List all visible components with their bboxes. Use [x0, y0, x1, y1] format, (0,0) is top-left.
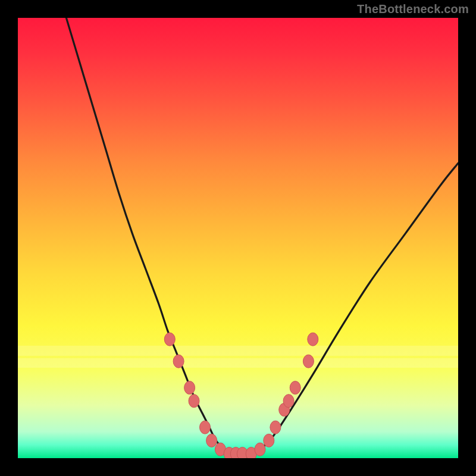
- curve-marker: [189, 394, 199, 408]
- curve-marker: [164, 333, 175, 346]
- chart-frame: TheBottleneck.com: [0, 0, 476, 476]
- bottleneck-curve: [66, 18, 458, 454]
- curve-markers: [164, 333, 318, 458]
- chart-svg: [18, 18, 458, 458]
- curve-marker: [173, 355, 184, 368]
- curve-marker: [206, 434, 217, 447]
- curve-marker: [264, 434, 274, 447]
- curve-marker: [308, 333, 318, 346]
- curve-marker: [283, 394, 294, 408]
- curve-marker: [290, 381, 300, 394]
- curve-marker: [200, 421, 211, 434]
- curve-marker: [303, 355, 314, 368]
- watermark-text: TheBottleneck.com: [357, 2, 469, 16]
- curve-marker: [255, 443, 265, 456]
- curve-marker: [270, 421, 281, 434]
- curve-marker: [184, 381, 195, 394]
- chart-plot-area: [18, 18, 458, 458]
